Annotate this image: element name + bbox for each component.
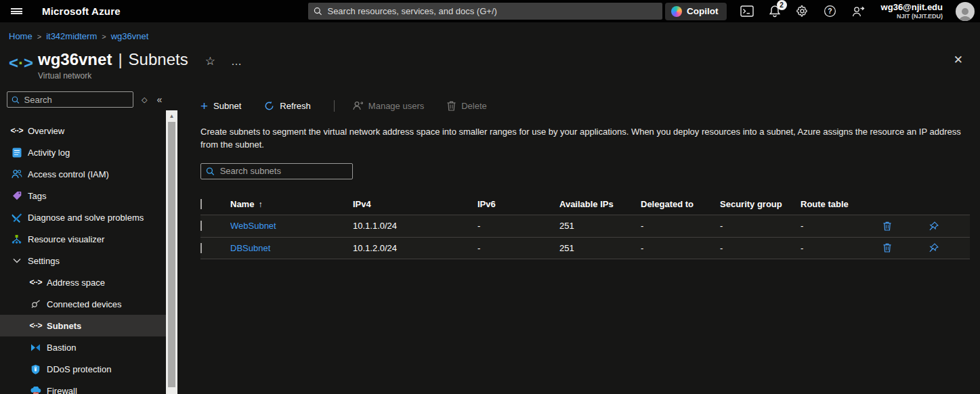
column-header-ipv6[interactable]: IPv6 <box>477 199 559 209</box>
search-icon <box>314 7 322 16</box>
product-title[interactable]: Microsoft Azure <box>42 5 121 17</box>
diagnose-tools-icon <box>11 212 22 223</box>
ipv6-value: - <box>477 221 559 231</box>
search-icon <box>206 167 215 176</box>
copilot-button[interactable]: Copilot <box>665 3 727 20</box>
chevron-down-icon <box>11 255 22 267</box>
help-icon[interactable]: ? <box>823 4 838 19</box>
plus-icon: + <box>200 100 208 112</box>
column-header-route-table[interactable]: Route table <box>801 199 875 209</box>
copilot-icon <box>671 6 682 17</box>
column-header-delegated-to[interactable]: Delegated to <box>641 199 720 209</box>
sidebar-item-ddos-protection[interactable]: DDoS protection <box>0 358 166 380</box>
pin-subnet-icon[interactable] <box>929 221 939 231</box>
sidebar-item-address-space[interactable]: <··> Address space <box>0 271 166 293</box>
delegated-to-value: - <box>641 243 720 253</box>
close-blade-icon[interactable]: ✕ <box>954 53 963 67</box>
breadcrumb-current[interactable]: wg36vnet <box>111 31 149 41</box>
menu-search-input[interactable] <box>24 95 129 105</box>
ipv4-value: 10.1.1.0/24 <box>353 221 477 231</box>
title-separator: | <box>118 50 122 69</box>
sidebar-scrollbar[interactable]: ▲ <box>166 110 177 394</box>
feedback-icon[interactable] <box>851 4 866 19</box>
scrollbar-thumb[interactable] <box>167 122 177 387</box>
breadcrumb-parent[interactable]: it342midterm <box>46 31 97 41</box>
hamburger-menu-icon[interactable] <box>0 0 33 22</box>
column-header-ipv4[interactable]: IPv4 <box>353 199 477 209</box>
row-checkbox[interactable] <box>200 221 202 231</box>
sidebar-item-firewall[interactable]: Firewall <box>0 380 166 394</box>
diamond-icon[interactable]: ◇ <box>142 95 147 104</box>
connected-devices-icon <box>30 299 41 310</box>
avatar[interactable] <box>956 2 975 21</box>
account-info[interactable]: wg36@njit.edu NJIT (NJIT.EDU) <box>881 2 943 21</box>
scroll-up-arrow-icon[interactable]: ▲ <box>166 110 177 121</box>
global-search-input[interactable] <box>327 6 657 16</box>
sidebar-group-settings[interactable]: Settings <box>0 250 166 271</box>
delete-subnet-icon[interactable] <box>883 243 891 253</box>
activity-log-icon <box>11 147 22 158</box>
select-all-checkbox[interactable] <box>200 199 202 209</box>
column-header-name[interactable]: Name↑ <box>230 199 353 209</box>
subnet-search-input[interactable] <box>220 166 347 176</box>
cloud-shell-icon[interactable] <box>740 4 754 19</box>
sidebar-item-overview[interactable]: <··> Overview <box>0 120 166 141</box>
subnet-search[interactable] <box>200 163 353 179</box>
ipv4-value: 10.1.2.0/24 <box>353 243 477 253</box>
copilot-label: Copilot <box>687 6 719 16</box>
delete-subnet-icon[interactable] <box>883 221 891 231</box>
settings-gear-icon[interactable] <box>795 4 810 19</box>
more-options-icon[interactable]: … <box>231 56 242 68</box>
refresh-button[interactable]: Refresh <box>264 101 311 111</box>
route-table-value: - <box>801 221 875 231</box>
subnets-blade-content: + Subnet Refresh Manage users Delete Cre… <box>190 95 980 394</box>
access-control-icon <box>11 169 22 180</box>
user-tenant: NJIT (NJIT.EDU) <box>881 13 943 20</box>
sidebar-item-subnets[interactable]: <··> Subnets <box>0 315 166 336</box>
sidebar-item-access-control[interactable]: Access control (IAM) <box>0 163 166 185</box>
sidebar-item-tags[interactable]: Tags <box>0 185 166 206</box>
sidebar-item-resource-visualizer[interactable]: Resource visualizer <box>0 228 166 250</box>
column-header-security-group[interactable]: Security group <box>720 199 801 209</box>
breadcrumb-separator: > <box>37 32 41 41</box>
page-title: Subnets <box>129 50 188 69</box>
address-space-icon: <··> <box>30 277 41 288</box>
ddos-shield-icon <box>30 364 41 375</box>
notifications-bell-icon[interactable]: 2 <box>767 4 782 19</box>
sidebar-item-activity-log[interactable]: Activity log <box>0 141 166 163</box>
favorite-star-icon[interactable]: ☆ <box>205 54 215 68</box>
ipv6-value: - <box>477 243 559 253</box>
bastion-icon <box>30 342 41 353</box>
row-checkbox[interactable] <box>200 243 202 253</box>
sidebar-item-diagnose[interactable]: Diagnose and solve problems <box>0 206 166 228</box>
subnet-name-link[interactable]: DBSubnet <box>230 243 270 253</box>
resource-title: wg36vnet <box>38 50 112 69</box>
subnets-table: Name↑ IPv4 IPv6 Available IPs Delegated … <box>200 194 970 259</box>
table-row-dbsubnet: DBSubnet 10.1.2.0/24 - 251 - - - <box>200 237 970 259</box>
route-table-value: - <box>801 243 875 253</box>
blade-header: <·> wg36vnet | Subnets ☆ … Virtual netwo… <box>9 50 242 81</box>
pin-subnet-icon[interactable] <box>929 243 939 253</box>
person-icon <box>352 101 363 110</box>
global-search[interactable] <box>308 3 662 20</box>
table-row-websubnet: WebSubnet 10.1.1.0/24 - 251 - - - <box>200 215 970 237</box>
menu-search[interactable] <box>7 91 133 108</box>
subnet-name-link[interactable]: WebSubnet <box>230 221 276 231</box>
breadcrumb-separator: > <box>102 32 106 41</box>
sidebar-item-bastion[interactable]: Bastion <box>0 336 166 358</box>
subnets-icon: <··> <box>30 320 41 332</box>
manage-users-button[interactable]: Manage users <box>352 101 424 111</box>
column-header-available-ips[interactable]: Available IPs <box>559 199 641 209</box>
sidebar-item-connected-devices[interactable]: Connected devices <box>0 293 166 315</box>
subnets-description: Create subnets to segment the virtual ne… <box>200 126 970 152</box>
add-subnet-button[interactable]: + Subnet <box>200 100 241 112</box>
resource-type-label: Virtual network <box>38 71 242 81</box>
virtual-network-icon: <·> <box>9 53 33 73</box>
collapse-menu-icon[interactable]: « <box>156 94 162 105</box>
breadcrumb: Home>it342midterm>wg36vnet <box>9 31 148 41</box>
top-bar: Microsoft Azure Copilot 2 ? wg36@nji <box>0 0 980 22</box>
breadcrumb-home[interactable]: Home <box>9 31 33 41</box>
delete-button[interactable]: Delete <box>447 101 487 111</box>
tag-icon <box>11 190 22 202</box>
command-bar: + Subnet Refresh Manage users Delete <box>200 95 970 116</box>
